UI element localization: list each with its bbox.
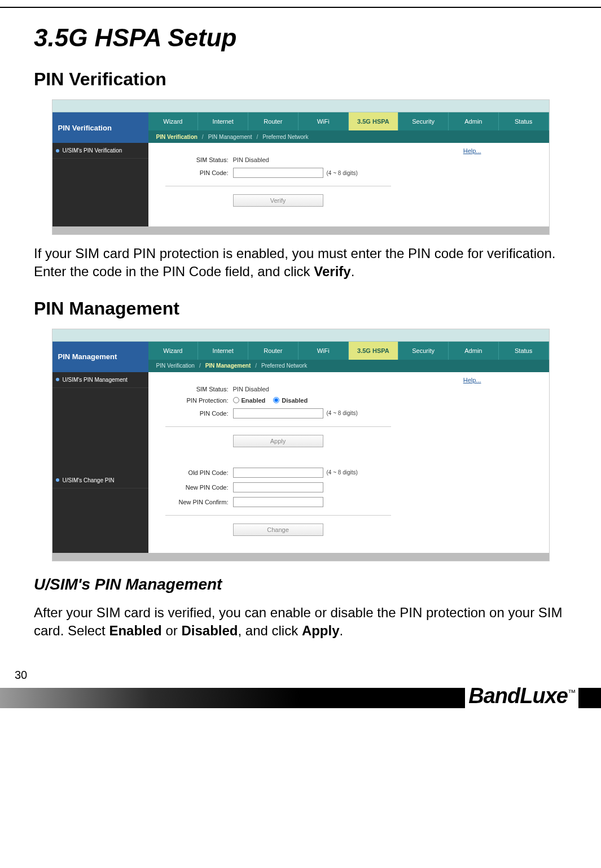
radio-enabled-label[interactable]: Enabled [233,397,266,404]
new-pin-confirm-input[interactable] [233,497,323,507]
shot2-topbar [52,329,549,342]
section-pin-verification-heading: PIN Verification [34,69,567,90]
sidebar-item-usim-change-pin[interactable]: U/SIM's Change PIN [52,473,148,488]
screenshot-pin-management: PIN Management Wizard Internet Router Wi… [52,329,549,561]
pin-code-label: PIN Code: [165,169,233,176]
radio-disabled[interactable] [273,397,279,403]
subtab-preferred-network[interactable]: Preferred Network [258,363,310,369]
tab-status[interactable]: Status [499,112,549,130]
tab-admin[interactable]: Admin [449,112,499,130]
new-pin-confirm-label: New PIN Confirm: [165,499,233,505]
section-pin-management-heading: PIN Management [34,298,567,319]
shot1-main: Help... SIM Status: PIN Disabled PIN Cod… [148,143,549,226]
bullet-icon [56,478,59,482]
subtab-sep: / [201,134,205,140]
shot1-footer [52,226,549,234]
pin-verification-body: If your SIM card PIN protection is enabl… [34,245,567,281]
tab-wifi[interactable]: WiFi [299,342,349,360]
sim-status-value: PIN Disabled [233,386,269,392]
bullet-icon [56,149,59,152]
sidebar-item-label: U/SIM's PIN Verification [63,147,122,154]
shot2-main: Help... SIM Status: PIN Disabled PIN Pro… [148,372,549,553]
tab-wizard[interactable]: Wizard [148,112,199,130]
pin-code-input[interactable] [233,168,323,178]
tab-3-5g-hspa[interactable]: 3.5G HSPA [349,112,399,130]
radio-enabled-text: Enabled [242,397,266,404]
subtab-sep: / [254,363,258,369]
pin-protection-label: PIN Protection: [165,397,233,404]
pin-code-hint: (4 ~ 8 digits) [327,410,358,416]
subtab-pin-verification[interactable]: PIN Verification [153,134,201,140]
shot1-topbar [52,100,549,112]
apply-button[interactable]: Apply [233,435,323,447]
help-link[interactable]: Help... [463,377,481,383]
bullet-icon [56,378,59,381]
subtab-pin-management[interactable]: PIN Management [205,134,256,140]
help-link[interactable]: Help... [463,147,481,154]
tab-router[interactable]: Router [248,112,299,130]
change-button[interactable]: Change [233,524,323,536]
sidebar-item-usim-pin-management[interactable]: U/SIM's PIN Management [52,372,148,388]
tab-admin[interactable]: Admin [449,342,499,360]
sim-status-label: SIM Status: [165,156,233,163]
old-pin-label: Old PIN Code: [165,469,233,476]
shot1-title-cell: PIN Verification [52,112,148,143]
sim-status-value: PIN Disabled [233,156,269,163]
shot1-main-tabs: Wizard Internet Router WiFi 3.5G HSPA Se… [148,112,549,130]
shot2-subtabs: PIN Verification / PIN Management / Pref… [148,360,549,372]
brand-logo: BandLuxe™ [465,684,578,708]
section-usim-pin-management-heading: U/SIM's PIN Management [34,575,567,594]
pin-code-label: PIN Code: [165,410,233,417]
subtab-sep: / [198,363,202,369]
tab-wizard[interactable]: Wizard [148,342,199,360]
new-pin-input[interactable] [233,482,323,492]
shot2-sidebar: U/SIM's PIN Management U/SIM's Change PI… [52,372,148,553]
shot1-subtabs: PIN Verification / PIN Management / Pref… [148,130,549,143]
subtab-sep: / [255,134,259,140]
old-pin-input[interactable] [233,468,323,478]
radio-disabled-text: Disabled [282,397,308,404]
shot2-footer [52,553,549,561]
page-number: 30 [15,669,27,682]
subtab-pin-management[interactable]: PIN Management [202,363,255,369]
tab-wifi[interactable]: WiFi [299,112,349,130]
tab-security[interactable]: Security [398,112,449,130]
page-footer: 30 BandLuxe™ [0,669,601,708]
pin-code-input[interactable] [233,408,323,418]
screenshot-pin-verification: PIN Verification Wizard Internet Router … [52,100,549,234]
shot1-sidebar: U/SIM's PIN Verification [52,143,148,226]
radio-disabled-label[interactable]: Disabled [273,397,308,404]
sidebar-item-label: U/SIM's Change PIN [63,477,115,483]
pin-code-hint: (4 ~ 8 digits) [327,170,358,176]
shot2-title-cell: PIN Management [52,342,148,372]
tab-3-5g-hspa[interactable]: 3.5G HSPA [349,342,399,360]
sidebar-item-label: U/SIM's PIN Management [63,377,128,383]
sim-status-label: SIM Status: [165,386,233,392]
sidebar-item-usim-pin-verification[interactable]: U/SIM's PIN Verification [52,143,148,159]
tab-internet[interactable]: Internet [198,342,248,360]
tab-internet[interactable]: Internet [198,112,248,130]
subtab-preferred-network[interactable]: Preferred Network [259,134,312,140]
shot2-main-tabs: Wizard Internet Router WiFi 3.5G HSPA Se… [148,342,549,360]
new-pin-label: New PIN Code: [165,484,233,491]
verify-button[interactable]: Verify [233,194,323,207]
subtab-pin-verification[interactable]: PIN Verification [153,363,198,369]
old-pin-hint: (4 ~ 8 digits) [327,469,358,476]
tab-security[interactable]: Security [398,342,449,360]
page-title: 3.5G HSPA Setup [34,24,567,52]
tab-status[interactable]: Status [499,342,549,360]
tab-router[interactable]: Router [248,342,299,360]
usim-pin-management-body: After your SIM card is verified, you can… [34,604,567,640]
radio-enabled[interactable] [233,397,239,403]
